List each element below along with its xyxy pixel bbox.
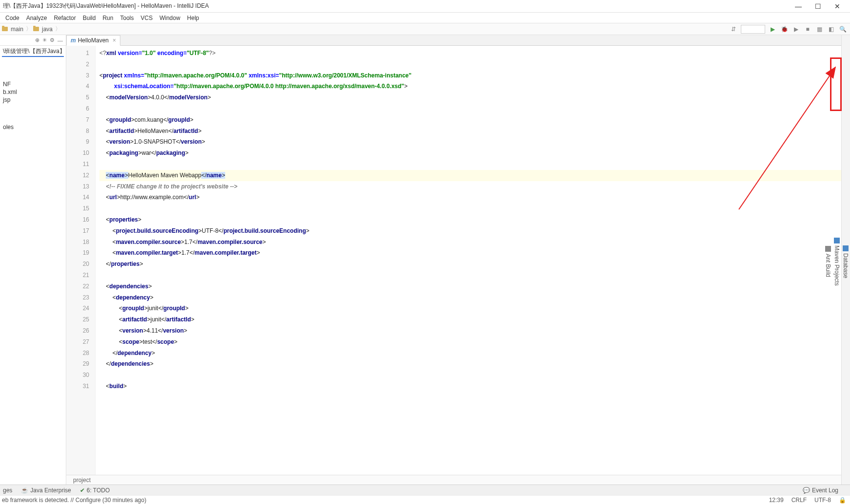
main: ⊕ ✳ ⚙ — \班级管理\【西开Java】19323 NF b.xml jsp… [0,35,850,485]
menu-code[interactable]: Code [2,15,23,21]
annotation-highlight [830,57,842,111]
close-button[interactable]: ✕ [828,2,847,10]
tab-label: HelloMaven [78,37,109,44]
project-tree[interactable]: \班级管理\【西开Java】19323 NF b.xml jsp oles [0,46,66,132]
target-icon[interactable]: ⊕ [35,37,39,43]
editor-tabs: m HelloMaven × [66,35,841,46]
sidebar-toolbar: ⊕ ✳ ⚙ — [0,35,66,46]
menu-run[interactable]: Run [99,15,116,21]
tree-root[interactable]: \班级管理\【西开Java】19323 [2,47,64,56]
run-icon[interactable]: ▶ [768,25,777,34]
stop-icon[interactable]: ■ [803,25,812,34]
menubar: Code Analyze Refactor Build Run Tools VC… [0,13,850,23]
folder-icon [33,27,39,31]
search-icon[interactable]: 🔍 [838,25,847,34]
nav-row: main 〉 java 〉 ⇵ ▶ 🐞 ▶ ■ ▦ ◧ 🔍 [0,23,850,35]
code-editor[interactable]: 1234567891011121314151617181920212223242… [66,46,841,475]
breadcrumb[interactable]: main 〉 java 〉 [0,25,729,33]
window-title: 理\【西开Java】19323\代码\JavaWeb\HelloMaven] -… [3,2,789,10]
menu-vcs[interactable]: VCS [137,15,156,21]
info-bar: eb framework is detected. // Configure (… [0,495,850,504]
chevron-right-icon: 〉 [24,25,33,33]
menu-help[interactable]: Help [184,15,203,21]
encoding[interactable]: UTF-8 [811,497,835,504]
collapse-icon[interactable]: ✳ [42,37,47,43]
debug-icon[interactable]: 🐞 [780,25,789,34]
right-tool-bar: Database mMaven Projects Ant Build [841,35,850,485]
status-bar: ges ☕Java Enterprise ✔6: TODO 💬Event Log [0,485,850,495]
status-todo[interactable]: ✔6: TODO [80,487,110,494]
close-icon[interactable]: × [113,37,116,44]
build-icon[interactable]: ⇵ [729,25,738,34]
menu-build[interactable]: Build [79,15,99,21]
chevron-right-icon: 〉 [54,25,62,33]
menu-tools[interactable]: Tools [116,15,137,21]
code-content[interactable]: <?xml version="1.0" encoding="UTF-8"?> <… [96,46,841,475]
framework-message[interactable]: eb framework is detected. // Configure (… [2,497,146,504]
gutter: 1234567891011121314151617181920212223242… [66,46,96,475]
menu-analyze[interactable]: Analyze [23,15,51,21]
settings-icon[interactable]: ◧ [827,25,835,34]
breadcrumb-main[interactable]: main [10,26,24,33]
maven-icon: m [71,37,76,44]
minimize-button[interactable]: — [789,2,808,10]
tree-item[interactable]: oles [2,123,64,131]
maximize-button[interactable]: ☐ [808,2,828,10]
coverage-icon[interactable]: ▶ [792,25,800,34]
folder-icon [2,27,8,31]
tree-item[interactable]: NF [2,80,64,88]
line-ending[interactable]: CRLF [788,497,811,504]
status-messages[interactable]: ges [3,487,12,494]
titlebar: 理\【西开Java】19323\代码\JavaWeb\HelloMaven] -… [0,0,850,13]
toolbar-right: ⇵ ▶ 🐞 ▶ ■ ▦ ◧ 🔍 [729,25,850,34]
tree-item[interactable]: jsp [2,96,64,104]
editor-area: m HelloMaven × 1234567891011121314151617… [66,35,841,485]
project-sidebar[interactable]: ⊕ ✳ ⚙ — \班级管理\【西开Java】19323 NF b.xml jsp… [0,35,66,485]
run-config-dropdown[interactable] [741,25,765,34]
structure-breadcrumb[interactable]: project [66,475,841,485]
cursor-position[interactable]: 12:39 [765,497,788,504]
tab-hellomaven[interactable]: m HelloMaven × [66,35,120,46]
layout-icon[interactable]: ▦ [815,25,824,34]
hide-icon[interactable]: — [58,37,63,43]
tree-item[interactable]: b.xml [2,88,64,96]
breadcrumb-java[interactable]: java [41,26,54,33]
gear-icon[interactable]: ⚙ [50,37,55,43]
menu-window[interactable]: Window [156,15,184,21]
lock-icon[interactable]: 🔒 [835,497,850,504]
status-event-log[interactable]: 💬Event Log [803,487,838,494]
sidebar-database[interactable]: Database [841,243,850,281]
status-java-enterprise[interactable]: ☕Java Enterprise [21,487,71,494]
menu-refactor[interactable]: Refactor [50,15,79,21]
